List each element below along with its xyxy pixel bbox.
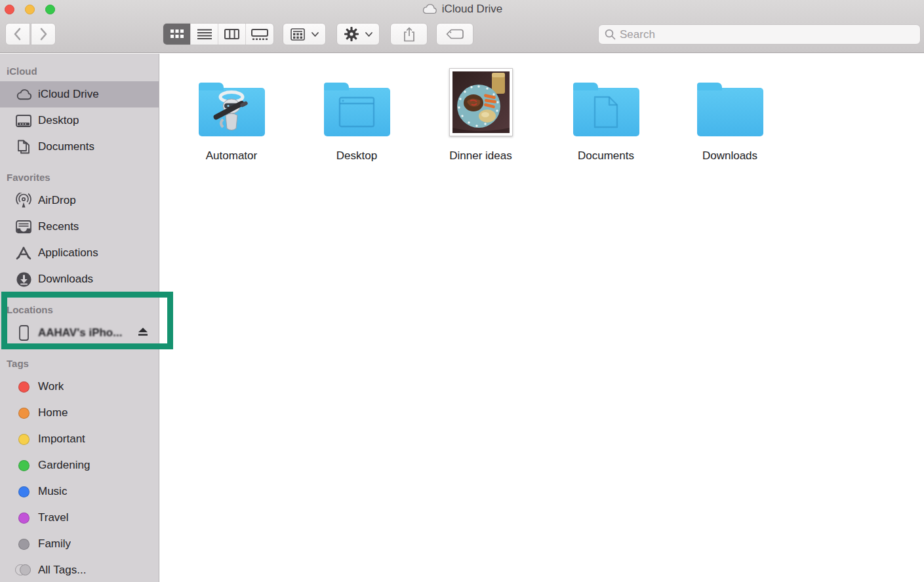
sidebar-item-airdrop[interactable]: AirDrop <box>0 187 159 214</box>
file-item-downloads[interactable]: Downloads <box>681 63 779 163</box>
chevron-down-icon <box>311 32 319 37</box>
applications-icon <box>15 244 32 262</box>
desktop-icon <box>15 112 32 129</box>
window-title: iCloud Drive <box>0 0 924 18</box>
tag-color-dot-red <box>18 381 30 393</box>
tag-label: Home <box>38 406 68 419</box>
cloud-icon <box>15 86 32 103</box>
file-label: Desktop <box>308 149 406 163</box>
share-button[interactable] <box>390 23 428 45</box>
file-label: Automator <box>182 149 281 163</box>
iphone-device-name: AAHAV's iPho... <box>38 326 122 340</box>
tag-color-dot-blue <box>18 486 30 497</box>
chevron-left-icon <box>14 28 22 41</box>
window-chrome: iCloud Drive <box>0 0 924 53</box>
back-button[interactable] <box>5 23 30 45</box>
group-by-icon <box>291 28 305 41</box>
sidebar-item-icloud-drive[interactable]: iCloud Drive <box>0 81 159 107</box>
sidebar-item-tag-family[interactable]: Family <box>0 531 159 557</box>
share-icon <box>403 27 415 42</box>
sidebar-item-label: Downloads <box>38 273 93 286</box>
file-item-desktop[interactable]: Desktop <box>308 63 406 163</box>
iphone-icon <box>15 324 32 341</box>
sidebar-section-locations: Locations AAHAV's iPho... <box>0 292 159 346</box>
sidebar-item-tag-home[interactable]: Home <box>0 400 159 426</box>
sidebar-item-label: iCloud Drive <box>38 88 99 101</box>
tag-label: All Tags... <box>38 564 86 577</box>
sidebar-item-tag-music[interactable]: Music <box>0 478 159 505</box>
sidebar-item-tag-work[interactable]: Work <box>0 374 159 400</box>
icon-view-button[interactable] <box>163 23 191 45</box>
sidebar-item-label: Recents <box>38 220 79 233</box>
tag-label: Gardening <box>38 459 90 472</box>
sidebar-section-icloud: iCloud iCloud Drive Desktop <box>0 54 159 160</box>
all-tags-icon <box>15 564 32 576</box>
sidebar-item-tag-gardening[interactable]: Gardening <box>0 452 159 478</box>
automator-robot-icon <box>211 90 252 134</box>
tag-label: Travel <box>38 511 69 524</box>
sidebar-item-iphone[interactable]: AAHAV's iPho... <box>0 320 159 346</box>
sidebar-section-favorites: Favorites AirDrop <box>0 160 159 292</box>
file-label: Dinner ideas <box>432 149 530 163</box>
tag-color-dot-green <box>18 460 30 471</box>
tag-label: Work <box>38 380 64 393</box>
list-view-icon <box>197 29 212 39</box>
tag-icon <box>446 29 464 39</box>
gear-icon <box>344 27 359 41</box>
cloud-proxy-icon <box>422 4 437 14</box>
recents-icon <box>15 218 32 235</box>
sidebar-item-label: Documents <box>38 140 94 153</box>
window-title-text: iCloud Drive <box>442 3 503 16</box>
download-circle-icon <box>15 271 32 288</box>
search-icon <box>605 29 616 40</box>
desktop-folder-icon <box>324 88 390 136</box>
sidebar-item-applications[interactable]: Applications <box>0 240 159 266</box>
section-header-tags: Tags <box>0 354 159 374</box>
file-browser-content: Automator Desktop <box>160 54 924 582</box>
column-view-icon <box>224 29 239 39</box>
sidebar-item-all-tags[interactable]: All Tags... <box>0 557 159 582</box>
sidebar-item-desktop[interactable]: Desktop <box>0 107 159 134</box>
automator-folder-icon <box>199 88 265 136</box>
chevron-right-icon <box>39 28 47 41</box>
sidebar-section-tags: Tags Work Home Important Gardening Music <box>0 346 159 582</box>
dinner-ideas-photo-thumbnail <box>449 68 513 136</box>
sidebar-item-label: AirDrop <box>38 194 76 207</box>
search-field[interactable] <box>598 24 921 45</box>
tags-button[interactable] <box>436 23 473 45</box>
file-label: Downloads <box>681 149 779 163</box>
tag-color-dot-purple <box>18 513 30 524</box>
forward-button[interactable] <box>31 23 56 45</box>
toolbar <box>0 18 924 52</box>
tag-label: Family <box>38 537 71 551</box>
sidebar-item-label: Desktop <box>38 114 79 127</box>
sidebar-item-downloads[interactable]: Downloads <box>0 266 159 292</box>
section-header-icloud: iCloud <box>0 62 159 81</box>
file-item-documents[interactable]: Documents <box>557 63 655 163</box>
list-view-button[interactable] <box>191 23 218 45</box>
group-by-button[interactable] <box>283 23 326 45</box>
file-item-automator[interactable]: Automator <box>182 63 281 163</box>
search-input[interactable] <box>620 28 914 41</box>
sidebar-item-label: Applications <box>38 246 98 260</box>
title-bar: iCloud Drive <box>0 0 924 18</box>
actions-button[interactable] <box>336 23 380 45</box>
sidebar-item-documents[interactable]: Documents <box>0 134 159 160</box>
documents-icon <box>15 138 32 155</box>
file-label: Documents <box>557 149 655 163</box>
file-item-dinner-ideas[interactable]: Dinner ideas <box>432 63 530 163</box>
documents-folder-icon <box>573 88 639 136</box>
eject-icon[interactable] <box>138 327 148 339</box>
downloads-folder-icon <box>697 88 763 136</box>
sidebar-item-recents[interactable]: Recents <box>0 214 159 240</box>
finder-window: iCloud Drive <box>0 0 924 582</box>
sidebar-item-tag-travel[interactable]: Travel <box>0 505 159 531</box>
airdrop-icon <box>15 192 32 209</box>
tag-color-dot-gray <box>18 539 30 550</box>
gallery-view-button[interactable] <box>246 23 273 45</box>
column-view-button[interactable] <box>218 23 246 45</box>
tag-color-dot-orange <box>18 408 30 419</box>
document-glyph <box>593 96 618 128</box>
desktop-window-glyph <box>338 96 375 128</box>
sidebar-item-tag-important[interactable]: Important <box>0 426 159 452</box>
